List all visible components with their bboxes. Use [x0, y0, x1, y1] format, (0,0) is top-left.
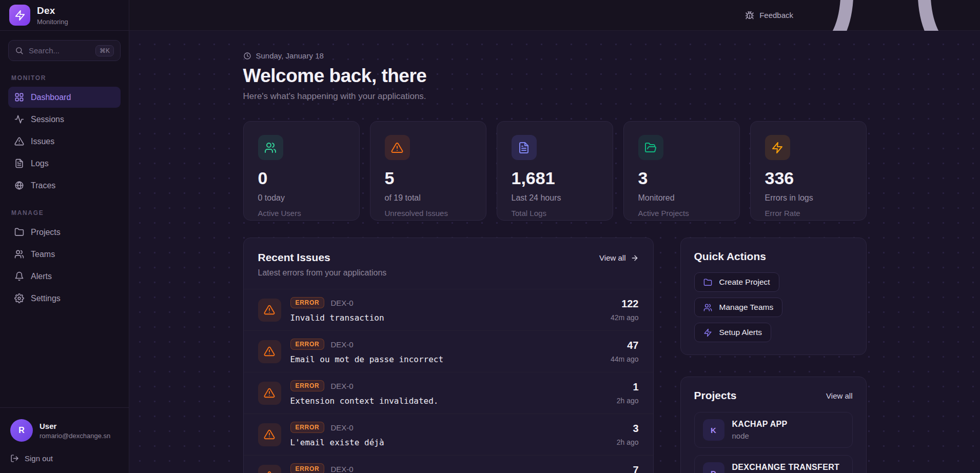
issue-row[interactable]: ERROR DEX-0 Invalid transaction 122 42m … — [244, 289, 653, 330]
stat-label: Active Projects — [638, 209, 725, 218]
stat-card: 0 0 today Active Users — [243, 121, 360, 221]
project-avatar: D — [703, 462, 724, 473]
topbar: Feedback — [129, 0, 980, 31]
sign-out-label: Sign out — [25, 454, 53, 463]
folder-open-icon — [644, 142, 657, 154]
issue-count: 3 — [617, 423, 639, 435]
sidebar-item[interactable]: Projects — [8, 222, 121, 243]
section-label-manage: MANAGE — [11, 209, 117, 216]
sidebar-item-label: Logs — [31, 159, 49, 168]
search-shortcut: ⌘K — [95, 45, 114, 56]
sidebar-item[interactable]: Teams — [8, 244, 121, 265]
search-input[interactable] — [29, 46, 90, 55]
sidebar-item[interactable]: Logs — [8, 153, 121, 174]
issues-view-all-link[interactable]: View all — [599, 253, 638, 262]
alert-triangle-icon — [264, 304, 275, 316]
date-row: Sunday, January 18 — [243, 51, 867, 60]
alert-triangle-icon — [264, 429, 275, 440]
sign-out-button[interactable]: Sign out — [10, 454, 119, 463]
quick-actions-title: Quick Actions — [694, 250, 853, 263]
sidebar-item-label: Issues — [31, 137, 54, 146]
users-icon — [14, 249, 24, 259]
stat-sub: Last 24 hours — [512, 193, 598, 203]
file-text-icon — [518, 142, 530, 154]
issue-row[interactable]: ERROR DEX-0 Email ou mot de passe incorr… — [244, 330, 653, 372]
avatar: R — [10, 419, 33, 442]
projects-title: Projects — [694, 389, 737, 402]
issue-time: 2h ago — [617, 397, 639, 405]
sidebar-item[interactable]: Issues — [8, 131, 121, 152]
app-name: Dex — [37, 5, 68, 16]
stat-value: 3 — [638, 168, 725, 188]
bell-icon — [14, 271, 24, 281]
recent-issues-title: Recent Issues — [258, 251, 387, 264]
users-icon — [264, 142, 277, 154]
issues-list: ERROR DEX-0 Invalid transaction 122 42m … — [244, 289, 653, 473]
issue-message: Email ou mot de passe incorrect — [290, 354, 602, 364]
app-subtitle: Monitoring — [37, 18, 68, 26]
sidebar-item-label: Teams — [31, 250, 55, 259]
stat-card: 5 of 19 total Unresolved Issues — [370, 121, 486, 221]
sidebar-item[interactable]: Traces — [8, 175, 121, 196]
quick-actions-panel: Quick Actions Create Project Manage Team… — [680, 238, 867, 355]
layout-grid-icon — [14, 92, 24, 102]
error-badge: ERROR — [290, 422, 325, 433]
sidebar-item[interactable]: Sessions — [8, 109, 121, 130]
stat-label: Error Rate — [765, 209, 852, 218]
issue-code: DEX-0 — [330, 382, 353, 390]
alert-triangle-icon — [264, 346, 275, 357]
projects-list: K KACHAP APP node D DEXCHANGE TRANSFERT — [694, 412, 853, 473]
issue-row[interactable]: ERROR DEX-0 Attempting to use a disconne… — [244, 455, 653, 473]
user-name: User — [40, 422, 110, 430]
recent-issues-subtitle: Latest errors from your applications — [258, 268, 387, 278]
sidebar-item[interactable]: Alerts — [8, 266, 121, 287]
sidebar-item-label: Sessions — [31, 115, 64, 124]
sidebar-item[interactable]: Dashboard — [8, 87, 121, 108]
alert-triangle-icon — [264, 470, 275, 473]
file-text-icon — [14, 159, 24, 168]
issue-row[interactable]: ERROR DEX-0 L'email existe déjà 3 2h ago — [244, 413, 653, 455]
brand: Dex Monitoring — [0, 0, 129, 31]
globe-icon — [14, 181, 24, 190]
projects-view-all-link[interactable]: View all — [826, 391, 852, 400]
page-subtitle: Here's what's happening with your applic… — [243, 91, 867, 102]
search-icon — [15, 46, 24, 55]
issue-row[interactable]: ERROR DEX-0 Extension context invalidate… — [244, 372, 653, 413]
project-platform: node — [732, 431, 788, 440]
nav-monitor: Dashboard Sessions Issues Logs Traces — [8, 87, 121, 196]
feedback-label: Feedback — [759, 11, 793, 19]
issue-code: DEX-0 — [330, 299, 353, 307]
feedback-button[interactable]: Feedback — [745, 11, 793, 20]
project-item[interactable]: K KACHAP APP node — [694, 412, 853, 448]
issue-time: 42m ago — [611, 313, 638, 322]
activity-icon — [14, 114, 24, 124]
users-icon — [703, 303, 712, 312]
sidebar-item[interactable]: Settings — [8, 288, 121, 309]
quick-action-label: Manage Teams — [719, 303, 774, 312]
stat-card: 336 Errors in logs Error Rate — [750, 121, 867, 221]
folder-icon — [703, 278, 712, 287]
stat-card: 3 Monitored Active Projects — [623, 121, 740, 221]
current-date: Sunday, January 18 — [256, 51, 324, 60]
quick-action-button[interactable]: Setup Alerts — [694, 323, 772, 342]
issue-time: 2h ago — [617, 438, 639, 446]
user-info: R User romario@dexchange.sn — [10, 419, 119, 442]
stat-card: 1,681 Last 24 hours Total Logs — [497, 121, 613, 221]
issue-code: DEX-0 — [330, 423, 353, 432]
sidebar-footer: R User romario@dexchange.sn Sign out — [0, 407, 129, 473]
page-title: Welcome back, there — [243, 65, 867, 87]
sidebar-item-label: Settings — [31, 294, 61, 303]
sidebar-item-label: Projects — [31, 228, 61, 237]
search-box[interactable]: ⌘K — [8, 40, 121, 61]
project-item[interactable]: D DEXCHANGE TRANSFERT node — [694, 455, 853, 473]
issue-count: 7 — [617, 464, 639, 473]
quick-action-button[interactable]: Manage Teams — [694, 298, 783, 317]
stat-value: 336 — [765, 168, 852, 188]
quick-action-button[interactable]: Create Project — [694, 272, 779, 292]
stat-value: 5 — [385, 168, 472, 188]
sidebar: Dex Monitoring ⌘K MONITOR Dashboard Sess… — [0, 0, 129, 473]
dashboard-content: Sunday, January 18 Welcome back, there H… — [129, 31, 980, 473]
recent-issues-panel: Recent Issues Latest errors from your ap… — [243, 238, 654, 473]
stat-sub: 0 today — [258, 193, 345, 203]
issue-code: DEX-0 — [330, 465, 353, 473]
